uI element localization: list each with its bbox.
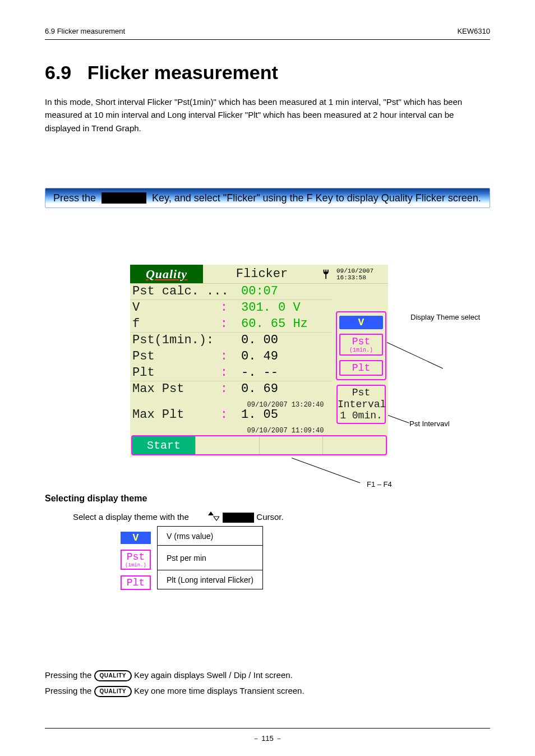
mode-label: Flicker [203, 267, 321, 281]
title-brand-area: Quality [130, 265, 203, 283]
callout-line-interval [388, 415, 409, 423]
mini-plt: Plt [121, 575, 151, 590]
header-left: 6.9 Flicker measurement [45, 27, 125, 35]
banner-pre: Press the [53, 192, 96, 204]
row-maxpst: Max Pst: 0. 69 09/10/2007 13:20:40 [130, 381, 332, 407]
callout-fkey: F1 – F4 [367, 480, 392, 488]
val-f: 60. 65 Hz [233, 316, 330, 332]
callout-theme: Display Theme select [411, 313, 480, 321]
plug-icon [321, 268, 333, 280]
lbl-maxpst: Max Pst [132, 382, 184, 396]
intro-para: In this mode, Short interval Flicker "Ps… [45, 95, 490, 135]
footnote-2: Pressing the QUALITY Key one more time d… [45, 684, 490, 697]
footer-rule [45, 728, 490, 729]
interval-top: Pst [352, 387, 370, 398]
pst-interval-btn[interactable]: Pst Interval 1 0min. [336, 385, 386, 424]
theme-v[interactable]: V [339, 316, 383, 329]
instruction-banner: Press the Key, and select "Flicker" usin… [45, 188, 490, 208]
callout-line-theme [387, 342, 443, 368]
section-title: 6.9 Flicker measurement [45, 62, 278, 84]
tbl-r1: V (rms value) [158, 527, 263, 546]
lbl-v: V [132, 301, 140, 315]
sub-lead: Select a display theme with the Cursor. [56, 510, 415, 524]
tbl-r2: Pst per min [158, 546, 263, 570]
callout-interval: Pst Intervavl [409, 420, 450, 428]
f3[interactable] [260, 436, 323, 454]
lbl-plt: Plt [132, 366, 155, 380]
f4[interactable] [323, 436, 386, 454]
fkey-row: Start [131, 435, 387, 455]
row-pst: Pst: 0. 49 [130, 349, 332, 365]
theme-pst1-top: Pst [352, 336, 370, 347]
interval-bot: 1 0min. [340, 410, 382, 421]
lbl-pstcalc: Pst calc. ... [132, 284, 233, 299]
interval-mid: Interval [338, 399, 386, 410]
tbl-r3: Plt (Long interval Flicker) [158, 570, 263, 589]
brand-label: Quality [146, 267, 187, 282]
row-maxplt: Max Plt: 1. 05 09/10/2007 11:09:40 [130, 407, 332, 433]
f1-start[interactable]: Start [132, 436, 196, 454]
theme-select-box: V Pst (1min.) Plt [336, 311, 386, 380]
section-title-text: Flicker measurement [87, 62, 278, 83]
title-date: 09/10/2007 [336, 268, 373, 274]
lbl-f: f [132, 317, 140, 331]
header-right: KEW6310 [457, 27, 490, 35]
cursor-key-icon [223, 513, 254, 523]
f2[interactable] [196, 436, 259, 454]
lbl-maxplt: Max Plt [132, 408, 184, 422]
theme-table: V (rms value) Pst per min Plt (Long inte… [157, 526, 263, 589]
row-plt: Plt: -. -- [130, 365, 332, 381]
row-pstcalc: Pst calc. ... 00:07 [130, 284, 332, 300]
theme-pst1[interactable]: Pst (1min.) [339, 334, 383, 356]
val-pst1: 0. 00 [233, 333, 330, 348]
section-number: 6.9 [45, 62, 71, 83]
val-v: 301. 0 V [233, 300, 330, 316]
quality-pill-2: QUALITY [94, 686, 132, 697]
theme-pst1-sub: (1min.) [340, 347, 382, 353]
mini-theme-stack: V Pst (1min.) Plt [121, 532, 151, 590]
theme-select-col: V Pst (1min.) Plt Pst Interval 1 0min. [333, 311, 389, 424]
sub-lead-pre: Select a display theme with the [73, 512, 191, 522]
banner-post: Key, and select "Flicker" using the F Ke… [152, 192, 481, 204]
quality-pill-1: QUALITY [94, 670, 132, 681]
theme-plt[interactable]: Plt [339, 360, 383, 376]
val-pstcalc: 00:07 [233, 284, 330, 299]
footnote-1: Pressing the QUALITY Key again displays … [45, 669, 490, 681]
row-f: f: 60. 65 Hz [130, 316, 332, 333]
row-pst1: Pst(1min.): 0. 00 [130, 333, 332, 349]
val-plt: -. -- [233, 365, 330, 381]
callout-line-fkey [292, 458, 361, 483]
mini-pst1: Pst (1min.) [121, 550, 151, 570]
row-v: V: 301. 0 V [130, 300, 332, 316]
sub-lead-post: Cursor. [256, 512, 283, 522]
page-number: － 115 － [0, 734, 535, 744]
title-time: 16:33:58 [336, 274, 366, 281]
title-datetime: 09/10/2007 16:33:58 [321, 268, 388, 281]
lbl-pst1: Pst(1min.): [132, 333, 233, 348]
device-titlebar: Quality Flicker 09/10/2007 16:33:58 [130, 265, 388, 284]
mini-v: V [121, 532, 151, 544]
subhead: Selecting display theme [45, 494, 147, 504]
val-pst: 0. 49 [233, 349, 330, 365]
quality-key-icon [102, 192, 146, 204]
val-maxplt: 1. 05 [241, 408, 278, 422]
lbl-pst: Pst [132, 349, 155, 363]
updown-icon [191, 511, 219, 524]
val-maxpst: 0. 69 [241, 382, 278, 396]
